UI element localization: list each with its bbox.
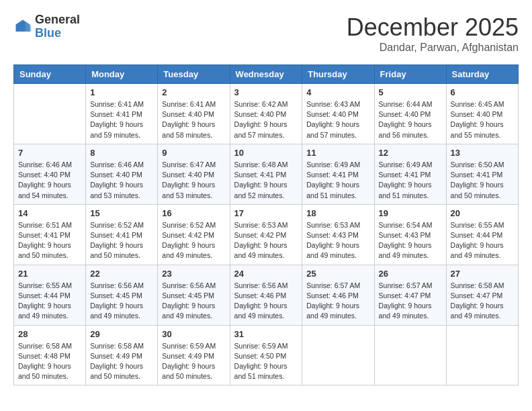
day-info: Sunrise: 6:43 AM Sunset: 4:40 PM Dayligh…	[306, 99, 369, 140]
sunset-text: Sunset: 4:41 PM	[90, 231, 142, 239]
sunrise-text: Sunrise: 6:49 AM	[306, 161, 360, 169]
day-number: 14	[18, 208, 81, 218]
day-number: 16	[162, 208, 225, 218]
sunset-text: Sunset: 4:50 PM	[234, 352, 287, 360]
daylight-text: Daylight: 9 hours and 49 minutes.	[234, 241, 287, 259]
day-number: 6	[451, 87, 514, 97]
day-info: Sunrise: 6:54 AM Sunset: 4:43 PM Dayligh…	[379, 220, 442, 261]
day-number: 9	[162, 148, 225, 158]
calendar-cell: 15 Sunrise: 6:52 AM Sunset: 4:41 PM Dayl…	[86, 204, 158, 265]
daylight-text: Daylight: 9 hours and 49 minutes.	[90, 302, 143, 320]
sunrise-text: Sunrise: 6:57 AM	[306, 281, 360, 289]
day-info: Sunrise: 6:55 AM Sunset: 4:44 PM Dayligh…	[451, 220, 514, 261]
day-number: 30	[162, 329, 225, 339]
day-number: 25	[306, 269, 369, 279]
day-number: 2	[162, 87, 225, 97]
sunrise-text: Sunrise: 6:56 AM	[234, 281, 288, 289]
sunset-text: Sunset: 4:46 PM	[306, 291, 359, 300]
daylight-text: Daylight: 9 hours and 51 minutes.	[306, 181, 359, 199]
sunset-text: Sunset: 4:41 PM	[379, 171, 431, 179]
calendar-cell: 28 Sunrise: 6:58 AM Sunset: 4:48 PM Dayl…	[14, 325, 86, 385]
calendar-week-row: 21 Sunrise: 6:55 AM Sunset: 4:44 PM Dayl…	[14, 265, 519, 325]
daylight-text: Daylight: 9 hours and 57 minutes.	[306, 120, 359, 138]
day-info: Sunrise: 6:59 AM Sunset: 4:49 PM Dayligh…	[162, 341, 225, 382]
daylight-text: Daylight: 9 hours and 49 minutes.	[451, 302, 504, 320]
day-info: Sunrise: 6:56 AM Sunset: 4:45 PM Dayligh…	[162, 281, 225, 322]
daylight-text: Daylight: 9 hours and 51 minutes.	[379, 181, 432, 199]
day-header-monday: Monday	[86, 65, 158, 84]
sunset-text: Sunset: 4:47 PM	[379, 291, 431, 300]
calendar-cell: 8 Sunrise: 6:46 AM Sunset: 4:40 PM Dayli…	[86, 144, 158, 204]
day-info: Sunrise: 6:59 AM Sunset: 4:50 PM Dayligh…	[234, 341, 298, 382]
title-block: December 2025 Dandar, Parwan, Afghanista…	[347, 13, 519, 54]
day-number: 17	[234, 208, 298, 218]
sunrise-text: Sunrise: 6:52 AM	[90, 221, 144, 229]
sunset-text: Sunset: 4:40 PM	[451, 110, 503, 118]
day-number: 23	[162, 269, 225, 279]
day-number: 1	[90, 87, 153, 97]
calendar-cell: 16 Sunrise: 6:52 AM Sunset: 4:42 PM Dayl…	[158, 204, 230, 265]
daylight-text: Daylight: 9 hours and 57 minutes.	[234, 120, 287, 138]
calendar-cell: 6 Sunrise: 6:45 AM Sunset: 4:40 PM Dayli…	[446, 84, 518, 144]
daylight-text: Daylight: 9 hours and 50 minutes.	[18, 362, 71, 380]
sunrise-text: Sunrise: 6:58 AM	[18, 342, 72, 350]
sunset-text: Sunset: 4:40 PM	[306, 110, 359, 118]
day-number: 15	[90, 208, 153, 218]
daylight-text: Daylight: 9 hours and 51 minutes.	[234, 362, 287, 380]
day-info: Sunrise: 6:53 AM Sunset: 4:42 PM Dayligh…	[234, 220, 298, 261]
daylight-text: Daylight: 9 hours and 53 minutes.	[90, 181, 143, 199]
sunset-text: Sunset: 4:41 PM	[306, 171, 359, 179]
calendar-cell: 4 Sunrise: 6:43 AM Sunset: 4:40 PM Dayli…	[302, 84, 374, 144]
calendar-cell: 1 Sunrise: 6:41 AM Sunset: 4:41 PM Dayli…	[86, 84, 158, 144]
day-info: Sunrise: 6:53 AM Sunset: 4:43 PM Dayligh…	[306, 220, 369, 261]
day-info: Sunrise: 6:41 AM Sunset: 4:41 PM Dayligh…	[90, 99, 153, 140]
day-number: 4	[306, 87, 369, 97]
day-number: 19	[379, 208, 442, 218]
calendar-cell: 10 Sunrise: 6:48 AM Sunset: 4:41 PM Dayl…	[230, 144, 302, 204]
day-info: Sunrise: 6:51 AM Sunset: 4:41 PM Dayligh…	[18, 220, 81, 261]
sunset-text: Sunset: 4:44 PM	[18, 291, 71, 300]
daylight-text: Daylight: 9 hours and 49 minutes.	[451, 241, 504, 259]
calendar-cell: 2 Sunrise: 6:41 AM Sunset: 4:40 PM Dayli…	[158, 84, 230, 144]
sunset-text: Sunset: 4:48 PM	[18, 352, 71, 360]
logo-text: General Blue	[35, 13, 80, 40]
calendar-cell: 5 Sunrise: 6:44 AM Sunset: 4:40 PM Dayli…	[374, 84, 446, 144]
day-header-saturday: Saturday	[446, 65, 518, 84]
day-number: 5	[379, 87, 442, 97]
sunset-text: Sunset: 4:40 PM	[90, 171, 142, 179]
day-info: Sunrise: 6:46 AM Sunset: 4:40 PM Dayligh…	[18, 160, 81, 201]
day-info: Sunrise: 6:55 AM Sunset: 4:44 PM Dayligh…	[18, 281, 81, 322]
calendar-cell: 18 Sunrise: 6:53 AM Sunset: 4:43 PM Dayl…	[302, 204, 374, 265]
day-number: 26	[379, 269, 442, 279]
daylight-text: Daylight: 9 hours and 54 minutes.	[18, 181, 71, 199]
day-header-wednesday: Wednesday	[230, 65, 302, 84]
daylight-text: Daylight: 9 hours and 49 minutes.	[162, 302, 215, 320]
calendar-cell: 30 Sunrise: 6:59 AM Sunset: 4:49 PM Dayl…	[158, 325, 230, 385]
sunrise-text: Sunrise: 6:59 AM	[234, 342, 288, 350]
sunrise-text: Sunrise: 6:53 AM	[234, 221, 288, 229]
sunset-text: Sunset: 4:40 PM	[379, 110, 431, 118]
day-number: 22	[90, 269, 153, 279]
day-number: 21	[18, 269, 81, 279]
sunrise-text: Sunrise: 6:41 AM	[90, 100, 144, 108]
day-number: 31	[234, 329, 298, 339]
calendar-cell: 25 Sunrise: 6:57 AM Sunset: 4:46 PM Dayl…	[302, 265, 374, 325]
calendar-cell: 7 Sunrise: 6:46 AM Sunset: 4:40 PM Dayli…	[14, 144, 86, 204]
sunrise-text: Sunrise: 6:51 AM	[18, 221, 72, 229]
daylight-text: Daylight: 9 hours and 49 minutes.	[234, 302, 287, 320]
day-number: 20	[451, 208, 514, 218]
calendar-cell: 9 Sunrise: 6:47 AM Sunset: 4:40 PM Dayli…	[158, 144, 230, 204]
daylight-text: Daylight: 9 hours and 50 minutes.	[18, 241, 71, 259]
day-info: Sunrise: 6:44 AM Sunset: 4:40 PM Dayligh…	[379, 99, 442, 140]
sunset-text: Sunset: 4:46 PM	[234, 291, 287, 300]
sunrise-text: Sunrise: 6:54 AM	[379, 221, 433, 229]
day-number: 28	[18, 329, 81, 339]
sunrise-text: Sunrise: 6:58 AM	[451, 281, 504, 289]
sunset-text: Sunset: 4:43 PM	[379, 231, 431, 239]
sunset-text: Sunset: 4:47 PM	[451, 291, 503, 300]
calendar-cell: 17 Sunrise: 6:53 AM Sunset: 4:42 PM Dayl…	[230, 204, 302, 265]
day-info: Sunrise: 6:45 AM Sunset: 4:40 PM Dayligh…	[451, 99, 514, 140]
calendar-cell: 11 Sunrise: 6:49 AM Sunset: 4:41 PM Dayl…	[302, 144, 374, 204]
sunset-text: Sunset: 4:42 PM	[162, 231, 214, 239]
day-info: Sunrise: 6:47 AM Sunset: 4:40 PM Dayligh…	[162, 160, 225, 201]
